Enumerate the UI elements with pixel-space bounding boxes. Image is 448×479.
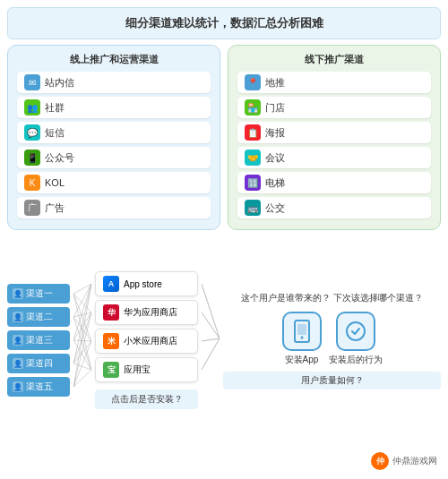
offline-channels-list: 📍地推🏪门店📋海报🤝会议🔢电梯🚌公交 [237,72,431,218]
right-section: 这个用户是谁带来的？ 下次该选择哪个渠道？ 安装App [223,235,441,445]
online-channel-item: KKOL [17,172,211,193]
offline-channel-item: 🚌公交 [237,197,431,218]
right-connector-svg [202,269,220,412]
offline-channel-item: 🏪门店 [237,97,431,118]
svg-point-32 [347,322,365,340]
bottom-note: 点击后是否安装？ [95,389,198,409]
channel-label: 短信 [45,126,65,140]
left-connector [73,235,91,445]
phone-svg [289,319,314,344]
online-channel-item: ✉站内信 [17,72,211,93]
tag-label: 渠道五 [26,381,53,393]
tag-icon: 👤 [13,312,23,322]
online-channels-list: ✉站内信👥社群💬短信📱公众号KKOL广广告 [17,72,211,218]
channel-label: 门店 [265,101,285,115]
install-label: 安装App [285,354,319,366]
online-channel-item: 📱公众号 [17,147,211,168]
action-label: 安装后的行为 [329,354,383,366]
online-box: 线上推广和运营渠道 ✉站内信👥社群💬短信📱公众号KKOL广广告 [7,45,220,230]
app-logo: 宝 [103,362,119,378]
channel-icon: 👥 [24,99,40,115]
offline-channel-item: 📍地推 [237,72,431,93]
channel-icon: 💬 [24,124,40,141]
brand-icon: 仲 [371,452,389,470]
app-item: 宝应用宝 [95,357,198,382]
bottom-flow: 👤渠道一👤渠道二👤渠道三👤渠道四👤渠道五 AApp store华华为应用商店米小… [7,235,441,445]
online-title: 线上推广和运营渠道 [17,53,211,66]
left-channel-tag: 👤渠道四 [7,354,70,373]
question-text: 这个用户是谁带来的？ 下次该选择哪个渠道？ [223,292,441,304]
footer: 仲 仲鼎游戏网 [7,450,441,472]
app-logo: 华 [103,304,119,321]
app-label: 小米应用商店 [124,335,177,347]
channel-icon: 📍 [245,74,261,90]
left-channel-tag: 👤渠道五 [7,377,70,397]
online-channel-item: 广广告 [17,197,211,218]
brand-logo: 仲 仲鼎游戏网 [371,452,437,470]
offline-channel-item: 🤝会议 [237,147,431,168]
right-connector [202,235,220,445]
app-logo: A [103,276,119,292]
tag-label: 渠道二 [26,311,53,323]
app-item: 华华为应用商店 [95,300,198,325]
left-channel-tag: 👤渠道三 [7,330,70,350]
tag-label: 渠道三 [26,334,53,346]
svg-rect-29 [297,324,306,335]
svg-line-16 [73,284,91,387]
online-channel-item: 💬短信 [17,122,211,143]
channel-icon: 📋 [245,124,261,141]
channel-label: 会议 [265,151,285,165]
svg-line-18 [73,341,91,387]
app-item: 米小米应用商店 [95,329,198,354]
svg-point-31 [300,336,303,338]
channel-icon: 🤝 [245,150,261,166]
tag-icon: 👤 [13,288,23,299]
channel-label: 站内信 [45,76,74,90]
svg-line-23 [202,312,220,338]
action-icons: 安装App 安装后的行为 [223,312,441,366]
tag-icon: 👤 [13,335,23,346]
channel-label: 社群 [45,101,65,115]
app-label: 应用宝 [124,364,151,376]
offline-channel-item: 📋海报 [237,122,431,143]
left-connector-svg [73,269,91,412]
channel-icon: ✉ [24,74,40,90]
channel-label: 公众号 [45,151,74,165]
channel-label: 公交 [265,201,285,215]
channel-label: 电梯 [265,176,285,190]
middle-apps: AApp store华华为应用商店米小米应用商店宝应用宝 点击后是否安装？ [95,235,198,445]
tag-label: 渠道一 [26,287,53,300]
channel-icon: 🚌 [245,200,261,216]
channel-icon: 📱 [24,150,40,166]
channel-icon: 🏪 [245,99,261,115]
svg-line-10 [73,340,91,341]
hand-svg [343,319,368,344]
offline-box: 线下推广渠道 📍地推🏪门店📋海报🤝会议🔢电梯🚌公交 [228,45,441,230]
channel-label: 海报 [265,126,285,140]
svg-line-21 [202,284,220,338]
channel-icon: 🔢 [245,175,261,191]
install-app-icon [282,312,322,351]
tag-label: 渠道四 [26,357,53,370]
channel-label: KOL [45,177,65,188]
channel-label: 地推 [265,76,285,90]
channel-icon: K [24,175,40,191]
quality-badge: 用户质量如何？ [223,372,441,389]
svg-line-27 [202,338,220,370]
banner-text: 细分渠道难以统计，数据汇总分析困难 [125,16,323,30]
offline-title: 线下推广渠道 [237,53,431,66]
offline-channel-item: 🔢电梯 [237,172,431,193]
app-label: 华为应用商店 [124,306,177,319]
app-logo: 米 [103,333,119,349]
tag-icon: 👤 [13,381,23,392]
left-channel-tag: 👤渠道二 [7,307,70,327]
install-app-box: 安装App [282,312,322,366]
action-after-box: 安装后的行为 [329,312,383,366]
channel-icon: 广 [24,200,40,216]
left-channel-tag: 👤渠道一 [7,284,70,304]
left-channels: 👤渠道一👤渠道二👤渠道三👤渠道四👤渠道五 [7,235,70,445]
app-label: App store [124,279,162,289]
brand-name: 仲鼎游戏网 [392,455,437,467]
action-after-icon [336,312,375,351]
app-item: AApp store [95,271,198,296]
